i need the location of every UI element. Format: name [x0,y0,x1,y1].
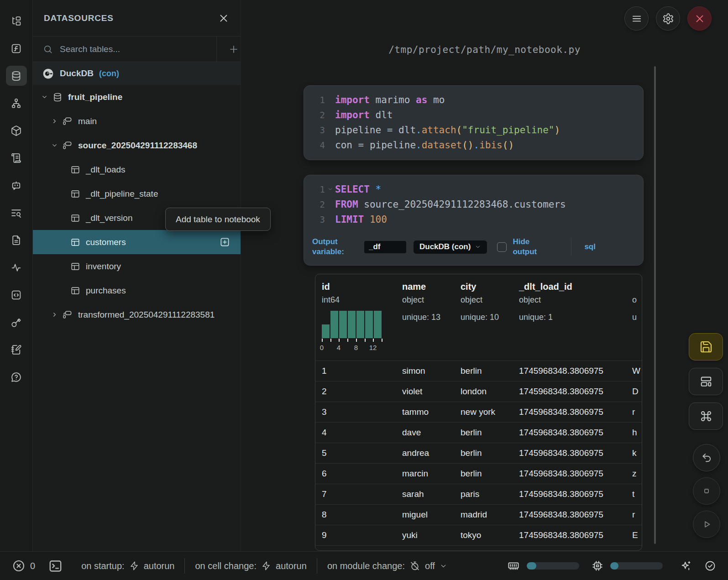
engine-select[interactable]: DuckDB (con) [414,240,487,254]
code-line[interactable]: 2import dlt [304,107,643,122]
tree-item-_dlt_pipeline_state[interactable]: _dlt_pipeline_state [33,182,241,206]
undo-button[interactable] [693,444,720,471]
column-unique-count: u [632,313,642,322]
search-input[interactable] [53,44,216,55]
close-panel-icon[interactable] [218,12,230,24]
save-icon [699,340,713,354]
table-row-clipped [315,545,642,551]
table-row[interactable]: 9yukitokyo1745968348.3806975E [315,525,642,545]
rail-item-tracing[interactable] [6,257,27,277]
on-module-change-setting[interactable]: on module change: off [327,560,447,571]
column-title: name [402,282,454,293]
table-row[interactable]: 6marcinberlin1745968348.3806975z [315,463,642,484]
zap-icon [129,561,139,571]
table-row[interactable]: 7sarahparis1745968348.3806975t [315,484,642,504]
table-row[interactable]: 4daveberlin1745968348.3806975h [315,422,642,443]
rail-item-ai-chat[interactable] [6,175,27,195]
column-header-city[interactable]: cityobjectunique: 10 [454,282,513,361]
on-module-change-value: off [425,561,435,571]
chevron-down-icon[interactable] [51,142,58,149]
terminal-button[interactable] [48,559,63,574]
cell-load_id: 1745968348.3806975 [513,469,626,479]
sql-cell[interactable]: 1SELECT *2FROM source_202504291112283468… [304,175,644,266]
rail-item-dependency-graph[interactable] [6,93,27,113]
tree-item-fruit_pipeline[interactable]: fruit_pipeline [33,85,241,109]
terminal-icon [48,559,63,574]
rail-item-logs[interactable] [6,148,27,168]
result-table[interactable]: idint6404812nameobjectunique: 13cityobje… [315,274,642,551]
tree-item-_dlt_loads[interactable]: _dlt_loads [33,157,241,182]
tree-item-purchases[interactable]: purchases [33,278,241,303]
add-table-button[interactable] [220,237,230,247]
tree-item-customers[interactable]: customers [33,230,241,254]
rail-item-secrets[interactable] [6,312,27,332]
python-cell[interactable]: 1import marimo as mo2import dlt3pipeline… [304,85,644,160]
save-button[interactable] [689,333,723,361]
tree-item-main[interactable]: main [33,109,241,133]
rail-item-datasources[interactable] [6,66,27,86]
on-cell-change-setting[interactable]: on cell change: autorun [195,561,306,571]
table-row[interactable]: 5andreaberlin1745968348.3806975k [315,443,642,463]
code-line[interactable]: 3LIMIT 100 [304,212,643,227]
hide-output-checkbox[interactable] [497,242,507,252]
on-startup-setting[interactable]: on startup: autorun [81,561,174,571]
line-number: 4 [304,140,325,150]
cell-city: london [454,387,513,397]
table-row[interactable]: 1simonberlin1745968348.3806975W [315,361,642,381]
close-window-button[interactable] [687,6,712,31]
errors-indicator[interactable]: 0 [12,559,35,573]
code-text: SELECT * [335,184,381,195]
add-datasource-button[interactable] [217,37,241,62]
tree-item-source_202504291112283468[interactable]: source_202504291112283468 [33,133,241,157]
rail-item-scratchpad[interactable] [6,340,27,360]
column-header-_dlt_load_id[interactable]: _dlt_load_idobjectunique: 1 [513,282,626,361]
command-palette-button[interactable] [689,402,723,430]
menu-button[interactable] [624,6,649,31]
line-number: 3 [304,125,325,135]
datasources-panel: DATASOURCES DuckDB (con) fruit_pipelinem… [33,0,241,551]
table-row[interactable]: 3tammonew york1745968348.3806975r [315,402,642,422]
notebook-scrollbar[interactable] [654,66,656,544]
rail-item-documentation[interactable] [6,230,27,250]
code-line[interactable]: 3pipeline = dlt.attach("fruit_pipeline") [304,122,643,137]
output-variable-input[interactable] [364,241,406,253]
run-button[interactable] [693,511,720,538]
code-line[interactable]: 1import marimo as mo [304,92,643,107]
engine-row[interactable]: DuckDB (con) [33,62,241,85]
stop-button[interactable] [693,477,720,505]
code-line[interactable]: 4con = pipeline.dataset().ibis() [304,137,643,152]
cell-id: 9 [315,530,396,540]
rail-item-packages[interactable] [6,120,27,141]
column-header-id[interactable]: idint6404812 [315,282,396,361]
rail-item-snippets[interactable] [6,285,27,305]
chevron-right-icon[interactable] [51,118,58,125]
chevron-down-icon[interactable] [41,94,48,100]
close-icon [694,13,706,25]
rail-item-help[interactable] [6,367,27,387]
sparkles-icon[interactable] [680,560,692,572]
rail-item-file-explorer[interactable] [6,11,27,31]
chevron-right-icon[interactable] [51,311,58,318]
code-line[interactable]: 2FROM source_202504291112283468.customer… [304,197,643,212]
column-header-extra[interactable]: ou [626,282,642,361]
table-row[interactable]: 8miguelmadrid1745968348.3806975r [315,504,642,525]
rail-item-variables[interactable] [6,38,27,58]
histogram-tick-label: 8 [354,344,358,351]
settings-icon [662,13,674,25]
sql-output-bar: Output variable: DuckDB (con) Hide outpu… [304,233,643,260]
fold-toggle-icon[interactable] [325,186,335,192]
sql-editor[interactable]: 1SELECT *2FROM source_202504291112283468… [304,182,643,227]
output-bar-divider [571,238,571,256]
settings-button[interactable] [656,6,680,31]
layout-toggle-button[interactable] [689,368,723,395]
column-header-name[interactable]: nameobjectunique: 13 [396,282,454,361]
cell-name: andrea [396,448,454,458]
rail-item-search[interactable] [6,203,27,223]
tree-item-transformed_202504291112283581[interactable]: transformed_202504291112283581 [33,303,241,327]
resource-indicators [507,559,716,572]
code-line[interactable]: 1SELECT * [304,182,643,197]
table-row[interactable]: 2violetlondon1745968348.3806975D [315,381,642,402]
histogram-bar [339,311,347,338]
file-text-icon [10,235,22,246]
tree-item-inventory[interactable]: inventory [33,254,241,278]
